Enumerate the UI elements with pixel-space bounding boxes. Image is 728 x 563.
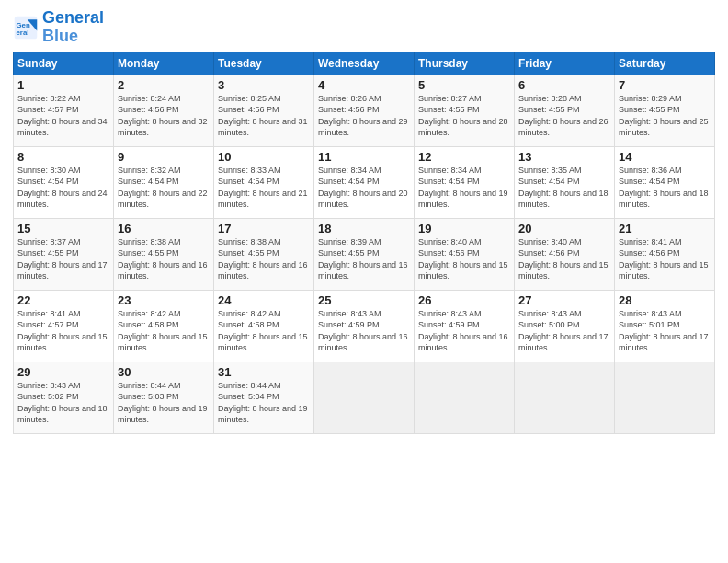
day-number: 15 (17, 222, 109, 236)
day-number: 29 (17, 365, 109, 379)
day-number: 13 (518, 150, 610, 164)
calendar-row-1: 8Sunrise: 8:30 AMSunset: 4:54 PMDaylight… (14, 146, 715, 218)
svg-text:eral: eral (17, 29, 29, 37)
calendar-cell: 8Sunrise: 8:30 AMSunset: 4:54 PMDaylight… (14, 146, 114, 218)
day-number: 16 (118, 222, 210, 236)
day-number: 3 (218, 78, 310, 92)
calendar-cell: 4Sunrise: 8:26 AMSunset: 4:56 PMDaylight… (314, 75, 415, 146)
cell-content: Sunrise: 8:43 AMSunset: 5:01 PMDaylight:… (619, 308, 711, 354)
calendar-cell: 11Sunrise: 8:34 AMSunset: 4:54 PMDayligh… (314, 146, 415, 218)
calendar-cell: 28Sunrise: 8:43 AMSunset: 5:01 PMDayligh… (615, 290, 715, 362)
cell-content: Sunrise: 8:38 AMSunset: 4:55 PMDaylight:… (118, 236, 210, 282)
calendar-cell: 1Sunrise: 8:22 AMSunset: 4:57 PMDaylight… (14, 75, 114, 146)
calendar-cell: 16Sunrise: 8:38 AMSunset: 4:55 PMDayligh… (114, 218, 214, 290)
cell-content: Sunrise: 8:43 AMSunset: 4:59 PMDaylight:… (418, 308, 510, 354)
day-number: 27 (518, 293, 610, 307)
weekday-header-monday: Monday (114, 52, 214, 75)
day-number: 5 (418, 78, 510, 92)
cell-content: Sunrise: 8:34 AMSunset: 4:54 PMDaylight:… (318, 165, 410, 211)
day-number: 22 (17, 293, 109, 307)
calendar-cell: 14Sunrise: 8:36 AMSunset: 4:54 PMDayligh… (615, 146, 715, 218)
calendar-cell (314, 362, 415, 433)
logo: Gen eral GeneralBlue (13, 9, 104, 46)
calendar-cell: 3Sunrise: 8:25 AMSunset: 4:56 PMDaylight… (214, 75, 314, 146)
weekday-header-thursday: Thursday (415, 52, 515, 75)
cell-content: Sunrise: 8:28 AMSunset: 4:55 PMDaylight:… (518, 93, 610, 139)
day-number: 18 (318, 222, 410, 236)
weekday-header-row: SundayMondayTuesdayWednesdayThursdayFrid… (14, 52, 715, 75)
calendar-cell: 6Sunrise: 8:28 AMSunset: 4:55 PMDaylight… (515, 75, 615, 146)
calendar-cell: 10Sunrise: 8:33 AMSunset: 4:54 PMDayligh… (214, 146, 314, 218)
day-number: 2 (118, 78, 210, 92)
day-number: 11 (318, 150, 410, 164)
calendar-row-2: 15Sunrise: 8:37 AMSunset: 4:55 PMDayligh… (14, 218, 715, 290)
calendar-cell: 31Sunrise: 8:44 AMSunset: 5:04 PMDayligh… (214, 362, 314, 433)
logo-text: GeneralBlue (42, 9, 104, 46)
day-number: 12 (418, 150, 510, 164)
calendar-cell: 23Sunrise: 8:42 AMSunset: 4:58 PMDayligh… (114, 290, 214, 362)
calendar-cell: 9Sunrise: 8:32 AMSunset: 4:54 PMDaylight… (114, 146, 214, 218)
header: Gen eral GeneralBlue (13, 9, 715, 46)
calendar-cell: 17Sunrise: 8:38 AMSunset: 4:55 PMDayligh… (214, 218, 314, 290)
day-number: 9 (118, 150, 210, 164)
cell-content: Sunrise: 8:43 AMSunset: 5:02 PMDaylight:… (17, 380, 109, 426)
calendar-cell: 20Sunrise: 8:40 AMSunset: 4:56 PMDayligh… (515, 218, 615, 290)
day-number: 8 (17, 150, 109, 164)
calendar-cell: 26Sunrise: 8:43 AMSunset: 4:59 PMDayligh… (415, 290, 515, 362)
cell-content: Sunrise: 8:24 AMSunset: 4:56 PMDaylight:… (118, 93, 210, 139)
day-number: 24 (218, 293, 310, 307)
calendar-cell: 22Sunrise: 8:41 AMSunset: 4:57 PMDayligh… (14, 290, 114, 362)
cell-content: Sunrise: 8:40 AMSunset: 4:56 PMDaylight:… (418, 236, 510, 282)
day-number: 30 (118, 365, 210, 379)
cell-content: Sunrise: 8:27 AMSunset: 4:55 PMDaylight:… (418, 93, 510, 139)
calendar-cell: 18Sunrise: 8:39 AMSunset: 4:55 PMDayligh… (314, 218, 415, 290)
cell-content: Sunrise: 8:39 AMSunset: 4:55 PMDaylight:… (318, 236, 410, 282)
calendar-cell: 7Sunrise: 8:29 AMSunset: 4:55 PMDaylight… (615, 75, 715, 146)
calendar-cell: 27Sunrise: 8:43 AMSunset: 5:00 PMDayligh… (515, 290, 615, 362)
calendar-row-3: 22Sunrise: 8:41 AMSunset: 4:57 PMDayligh… (14, 290, 715, 362)
calendar-cell: 13Sunrise: 8:35 AMSunset: 4:54 PMDayligh… (515, 146, 615, 218)
day-number: 4 (318, 78, 410, 92)
weekday-header-saturday: Saturday (615, 52, 715, 75)
calendar-cell: 19Sunrise: 8:40 AMSunset: 4:56 PMDayligh… (415, 218, 515, 290)
main-container: Gen eral GeneralBlue SundayMondayTuesday… (0, 0, 728, 440)
calendar-table: SundayMondayTuesdayWednesdayThursdayFrid… (13, 52, 715, 434)
cell-content: Sunrise: 8:35 AMSunset: 4:54 PMDaylight:… (518, 165, 610, 211)
day-number: 23 (118, 293, 210, 307)
cell-content: Sunrise: 8:43 AMSunset: 5:00 PMDaylight:… (518, 308, 610, 354)
calendar-cell: 24Sunrise: 8:42 AMSunset: 4:58 PMDayligh… (214, 290, 314, 362)
day-number: 28 (619, 293, 711, 307)
day-number: 7 (619, 78, 711, 92)
day-number: 31 (218, 365, 310, 379)
calendar-cell: 5Sunrise: 8:27 AMSunset: 4:55 PMDaylight… (415, 75, 515, 146)
calendar-cell: 21Sunrise: 8:41 AMSunset: 4:56 PMDayligh… (615, 218, 715, 290)
cell-content: Sunrise: 8:43 AMSunset: 4:59 PMDaylight:… (318, 308, 410, 354)
cell-content: Sunrise: 8:41 AMSunset: 4:57 PMDaylight:… (17, 308, 109, 354)
calendar-cell (515, 362, 615, 433)
cell-content: Sunrise: 8:32 AMSunset: 4:54 PMDaylight:… (118, 165, 210, 211)
calendar-cell: 15Sunrise: 8:37 AMSunset: 4:55 PMDayligh… (14, 218, 114, 290)
cell-content: Sunrise: 8:25 AMSunset: 4:56 PMDaylight:… (218, 93, 310, 139)
cell-content: Sunrise: 8:38 AMSunset: 4:55 PMDaylight:… (218, 236, 310, 282)
day-number: 25 (318, 293, 410, 307)
calendar-cell: 2Sunrise: 8:24 AMSunset: 4:56 PMDaylight… (114, 75, 214, 146)
calendar-cell (615, 362, 715, 433)
cell-content: Sunrise: 8:41 AMSunset: 4:56 PMDaylight:… (619, 236, 711, 282)
cell-content: Sunrise: 8:36 AMSunset: 4:54 PMDaylight:… (619, 165, 711, 211)
cell-content: Sunrise: 8:37 AMSunset: 4:55 PMDaylight:… (17, 236, 109, 282)
weekday-header-friday: Friday (515, 52, 615, 75)
calendar-cell: 25Sunrise: 8:43 AMSunset: 4:59 PMDayligh… (314, 290, 415, 362)
day-number: 26 (418, 293, 510, 307)
weekday-header-wednesday: Wednesday (314, 52, 415, 75)
cell-content: Sunrise: 8:29 AMSunset: 4:55 PMDaylight:… (619, 93, 711, 139)
day-number: 21 (619, 222, 711, 236)
calendar-row-4: 29Sunrise: 8:43 AMSunset: 5:02 PMDayligh… (14, 362, 715, 433)
day-number: 20 (518, 222, 610, 236)
weekday-header-sunday: Sunday (14, 52, 114, 75)
cell-content: Sunrise: 8:42 AMSunset: 4:58 PMDaylight:… (218, 308, 310, 354)
calendar-cell (415, 362, 515, 433)
day-number: 1 (17, 78, 109, 92)
cell-content: Sunrise: 8:26 AMSunset: 4:56 PMDaylight:… (318, 93, 410, 139)
calendar-cell: 12Sunrise: 8:34 AMSunset: 4:54 PMDayligh… (415, 146, 515, 218)
day-number: 6 (518, 78, 610, 92)
